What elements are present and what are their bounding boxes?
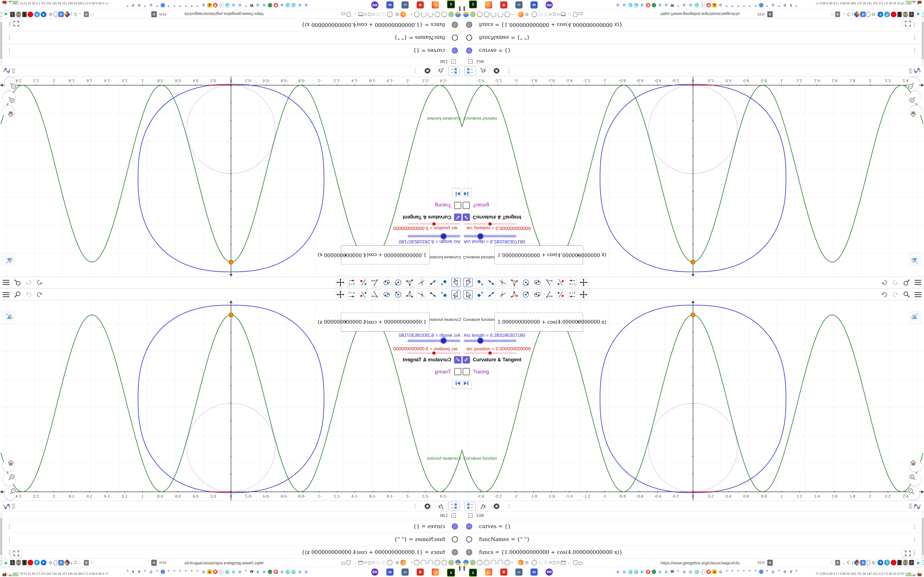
pinned-tab-red-gear[interactable]: ⚙ [417,2,424,8]
zoom-out-button[interactable] [908,488,919,500]
tool-polygon[interactable] [510,278,519,287]
globe-color-icon[interactable] [903,560,908,566]
algebra-formula[interactable]: funcs = {1.000000000000 + cos(4.00000000… [301,22,445,28]
search-icon[interactable] [903,291,910,299]
tool-perpendicular-line[interactable] [417,290,426,299]
tab-favicon-gear[interactable]: ⚙ [137,570,141,574]
tab-favicon-google[interactable]: G [262,570,267,575]
tool-move[interactable] [451,278,460,287]
reader-mode-icon[interactable]: A [767,11,773,17]
tree-view-button[interactable] [448,502,460,511]
algebra-row[interactable]: funcs = {1.000000000000 + cos(4.00000000… [0,18,462,31]
plus-blue-icon[interactable]: + [877,11,883,17]
globe-icon[interactable] [387,11,393,17]
tool-point[interactable]: A [440,278,449,287]
curvature-function-input[interactable]: 1.000000000000 + cos(4.000000000000 x) ▼ [341,313,430,331]
globe-icon[interactable] [504,11,510,17]
tool-line[interactable] [428,278,438,287]
tool-polygon[interactable] [405,290,414,299]
pinned-tab-floppy-64[interactable]: 64 [386,569,394,575]
search-icon[interactable] [14,278,21,286]
tab-favicon-flower[interactable]: * [753,570,758,574]
row-kebab-menu-icon[interactable]: ⋮ [912,536,918,542]
gauge-icon[interactable] [428,11,433,17]
menu-icon[interactable] [2,291,10,299]
tab-favicon-google[interactable]: G [771,570,775,575]
tab-favicon-gear[interactable]: ⚙ [783,3,787,7]
algebra-row[interactable]: funcNames = {" "}⋮ [462,533,924,546]
tab-favicon-sphere[interactable] [291,570,296,574]
algebra-formula[interactable]: funcNames = {" "} [394,35,445,41]
algebra-formula[interactable]: funcs = {1.000000000000 + cos(4.00000000… [479,22,623,28]
translate-icon[interactable]: A [58,12,64,17]
balloon-icon[interactable] [463,11,469,17]
balloon-icon[interactable] [463,560,469,566]
tab-favicon-flower[interactable]: * [166,570,171,574]
tab-favicon-wikipedia[interactable]: W [670,3,675,7]
tool-angle[interactable]: α [544,278,554,287]
tab-favicon-flower[interactable]: * [741,3,746,7]
arc-position-slider-knob[interactable] [488,222,492,226]
tab-favicon-flower[interactable]: * [777,3,781,7]
visibility-toggle-circle[interactable] [466,22,472,28]
gauge-icon[interactable] [498,560,503,566]
dropdown-arrow-icon[interactable]: ▼ [577,319,580,324]
folder-icon[interactable] [358,561,363,565]
wrench-icon[interactable]: ⌐ [511,560,517,566]
tab-favicon-info[interactable]: i [219,2,224,7]
algebra-row[interactable]: funcs = {1.000000000000 + cos(4.00000000… [462,546,924,559]
tab-favicon-google[interactable]: G [718,2,723,7]
dropdown-arrow-icon[interactable]: ▼ [344,253,347,258]
arrow-left-icon[interactable]: ← [352,12,357,17]
tab-favicon-blue-circle[interactable] [161,3,165,7]
shield-icon[interactable] [347,560,351,565]
tool-slider[interactable]: a = 2 [567,290,577,299]
zoom-out-button[interactable] [908,77,919,89]
scrollbar-thumb[interactable] [922,22,924,59]
trash-icon[interactable] [22,560,27,565]
arrow-right-icon[interactable]: → [841,560,846,566]
redo-icon[interactable] [892,278,899,286]
tab-favicon-google[interactable]: G [231,570,236,575]
tab-favicon-sphere[interactable] [286,3,290,7]
tab-favicon-google[interactable]: G [615,2,620,7]
mini-square-icon[interactable] [368,13,371,16]
algebra-sort-icon[interactable] [3,503,16,511]
algebra-row[interactable]: curves = {}⋮ [462,520,924,533]
globe-icon[interactable] [435,560,440,566]
collapse-list-button[interactable]: − [451,513,456,518]
gear-icon[interactable]: ⚙ [47,560,53,566]
pinned-tab-floppy-64[interactable]: 64 [530,569,538,575]
step-forward-button[interactable] [463,188,472,197]
row-kebab-menu-icon[interactable]: ⋮ [912,35,918,41]
firefox-icon[interactable] [518,11,523,17]
tab-favicon-google[interactable]: G [657,570,662,575]
gear-icon[interactable]: ⚙ [394,560,399,566]
tab-favicon-flower[interactable]: * [143,570,147,574]
lock-icon[interactable] [342,562,346,565]
download-icon[interactable]: ↓ [851,12,854,17]
arc-position-slider-knob[interactable] [432,351,436,355]
kebab-menu-icon[interactable]: ⋮ [503,66,515,75]
visibility-toggle-circle[interactable] [466,35,472,41]
globe-icon[interactable] [477,560,483,566]
tab-favicon-function[interactable]: f [131,3,136,7]
gauge-icon[interactable] [421,560,426,566]
green-dot-icon[interactable] [470,11,476,17]
graphics-view[interactable]: -2.4-2.2-2-1.8-1.6-1.4-1.2-1-0.8-0.6-0.4… [462,76,924,277]
globe-icon[interactable] [484,11,489,17]
tracing-checkbox[interactable] [462,368,470,376]
tab-favicon-flower[interactable]: * [736,3,740,7]
tab-favicon-info[interactable]: i [219,570,224,575]
pinned-tab-owl[interactable]: ʘʘ [371,2,378,8]
tab-favicon-yandex[interactable]: Я [646,3,650,7]
tool-slider[interactable]: a = 2 [567,278,577,287]
pinned-tab-android-app[interactable]: ▮ [447,569,455,577]
mini-square-icon[interactable] [368,561,371,564]
arc-length-slider[interactable] [464,340,517,342]
green-dot-icon[interactable] [448,560,454,566]
tab-favicon-flower[interactable]: * [794,570,799,574]
tab-favicon-yandex[interactable]: Я [213,3,218,7]
globe-icon[interactable] [477,11,483,17]
tool-slider[interactable]: a = 2 [347,278,357,287]
